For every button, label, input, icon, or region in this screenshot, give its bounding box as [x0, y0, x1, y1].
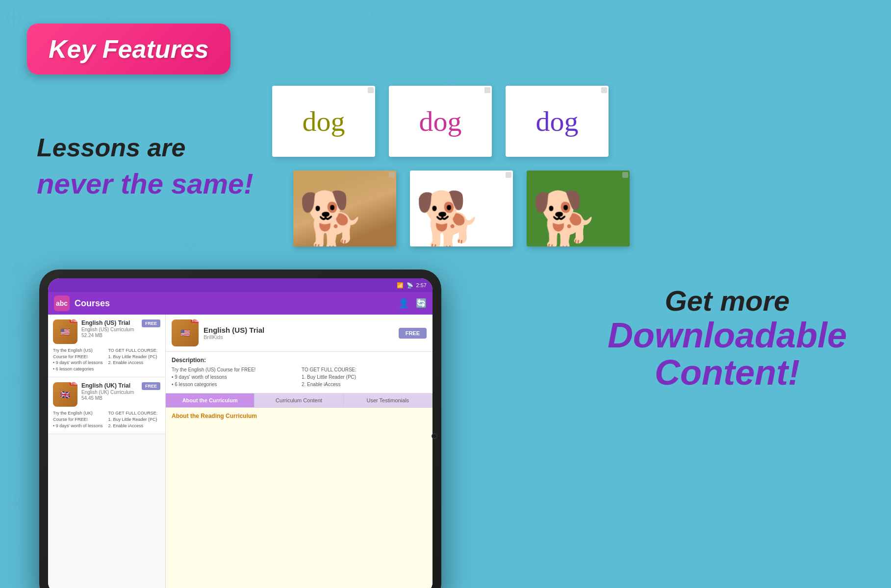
detail-thumb: 🇺🇸 Trial — [172, 319, 199, 346]
course-sub-uk: English (UK) Curriculum — [81, 390, 138, 395]
refresh-icon[interactable]: 🔄 — [416, 298, 427, 309]
word-card-3: dog — [506, 86, 609, 157]
tabs-row: About the Curriculum Curriculum Content … — [166, 393, 433, 408]
user-icon[interactable]: 👤 — [398, 298, 409, 309]
uk-flag-icon: 🇬🇧 — [60, 390, 70, 399]
right-panel: 🇺🇸 Trial English (US) Trial BrillKids FR… — [166, 315, 433, 588]
dog-photo-shaggy — [293, 171, 396, 246]
course-desc-us-right: TO GET FULL COURSE:1. Buy Little Reader … — [108, 347, 161, 372]
key-features-label: Key Features — [49, 35, 209, 63]
wifi-icon: 📶 — [397, 282, 404, 289]
header-icons: 👤 🔄 — [398, 298, 427, 309]
free-button-uk[interactable]: FREE — [142, 382, 160, 390]
course-size-uk: 54.45 MB — [81, 395, 138, 401]
lessons-line2: never the same! — [37, 167, 254, 201]
course-item-uk[interactable]: 🇬🇧 Trial English (UK) Trial English (UK)… — [48, 377, 165, 434]
detail-developer: BrillKids — [204, 334, 394, 340]
camera-dot — [432, 433, 437, 439]
app-header: abc Courses 👤 🔄 — [48, 292, 433, 315]
content-label: Content! — [608, 354, 847, 392]
tab-content-area: About the Reading Curriculum — [166, 408, 433, 588]
left-panel: 🇺🇸 Trial English (US) Trial English (US)… — [48, 315, 166, 588]
desc-text-right: TO GET FULL COURSE:1. Buy Little Reader … — [302, 366, 427, 388]
description-section: Description: Try the English (US) Course… — [166, 352, 433, 393]
course-item-us-header: 🇺🇸 Trial English (US) Trial English (US)… — [53, 319, 160, 344]
course-info-us: English (US) Trial English (US) Curricul… — [81, 319, 138, 338]
signal-icon: 📡 — [407, 282, 413, 289]
course-item-us[interactable]: 🇺🇸 Trial English (US) Trial English (US)… — [48, 315, 165, 377]
word-card-2: dog — [389, 86, 492, 157]
course-desc-uk-right: TO GET FULL COURSE:1. Buy Little Reader … — [108, 410, 161, 429]
trial-badge-uk: Trial — [70, 382, 77, 386]
downloadable-label: Downloadable — [608, 317, 847, 354]
lessons-text-block: Lessons are never the same! — [37, 132, 254, 201]
course-info-uk: English (UK) Trial English (UK) Curricul… — [81, 382, 138, 401]
word-card-1: dog — [272, 86, 375, 157]
tab-user-testimonials[interactable]: User Testimonials — [344, 393, 433, 407]
description-label: Description: — [172, 357, 427, 364]
status-bar: 📶 📡 2:57 — [48, 278, 433, 292]
split-view: 🇺🇸 Trial English (US) Trial English (US)… — [48, 315, 433, 588]
tab-content-title: About the Reading Curriculum — [172, 413, 427, 419]
get-more-label: Get more — [608, 284, 847, 317]
desc-text-left: Try the English (US) Course for FREE!• 9… — [172, 366, 297, 388]
detail-free-button[interactable]: FREE — [399, 328, 427, 339]
detail-header: 🇺🇸 Trial English (US) Trial BrillKids FR… — [166, 315, 433, 352]
course-desc-us-left: Try the English (US) Course for FREE!• 9… — [53, 347, 105, 372]
us-flag-icon: 🇺🇸 — [60, 327, 70, 337]
desc-two-col: Try the English (US) Course for FREE!• 9… — [172, 366, 427, 388]
detail-title: English (US) Trial — [204, 326, 394, 334]
tablet-screen: 📶 📡 2:57 abc Courses 👤 🔄 — [48, 278, 433, 588]
tablet-device: 📶 📡 2:57 abc Courses 👤 🔄 — [39, 270, 441, 588]
dog-photo-dalmatian — [527, 171, 630, 246]
lessons-line1: Lessons are — [37, 132, 254, 163]
trial-badge-us: Trial — [70, 319, 77, 323]
course-desc-uk-left: Try the English (UK) Course for FREE!• 9… — [53, 410, 105, 429]
course-thumb-uk: 🇬🇧 Trial — [53, 382, 77, 407]
dog-photo-terrier — [410, 171, 513, 246]
course-sub-us: English (US) Curriculum — [81, 327, 138, 332]
right-side-text: Get more Downloadable Content! — [608, 284, 847, 391]
time-display: 2:57 — [416, 282, 427, 288]
course-size-us: 52.24 MB — [81, 333, 138, 338]
tab-about-curriculum[interactable]: About the Curriculum — [166, 393, 255, 407]
dog-photos-row — [293, 171, 630, 246]
word-cards-row: dog dog dog — [272, 86, 609, 157]
course-item-uk-header: 🇬🇧 Trial English (UK) Trial English (UK)… — [53, 382, 160, 407]
course-desc-us: Try the English (US) Course for FREE!• 9… — [53, 347, 160, 372]
free-button-us[interactable]: FREE — [142, 319, 160, 327]
course-name-us: English (US) Trial — [81, 319, 138, 326]
tab-curriculum-content[interactable]: Curriculum Content — [255, 393, 343, 407]
detail-flag-icon: 🇺🇸 — [180, 328, 190, 338]
app-header-title: Courses — [75, 298, 393, 309]
word-text-3: dog — [536, 105, 579, 138]
word-text-1: dog — [303, 105, 345, 138]
key-features-badge: Key Features — [27, 24, 230, 74]
course-desc-uk: Try the English (UK) Course for FREE!• 9… — [53, 410, 160, 429]
app-logo: abc — [54, 295, 70, 311]
logo-text: abc — [56, 299, 68, 307]
detail-info: English (US) Trial BrillKids — [204, 326, 394, 340]
course-name-uk: English (UK) Trial — [81, 382, 138, 389]
tablet-outer: 📶 📡 2:57 abc Courses 👤 🔄 — [39, 270, 441, 588]
word-text-2: dog — [419, 105, 462, 138]
detail-trial-badge: Trial — [191, 319, 199, 323]
course-thumb-us: 🇺🇸 Trial — [53, 319, 77, 344]
